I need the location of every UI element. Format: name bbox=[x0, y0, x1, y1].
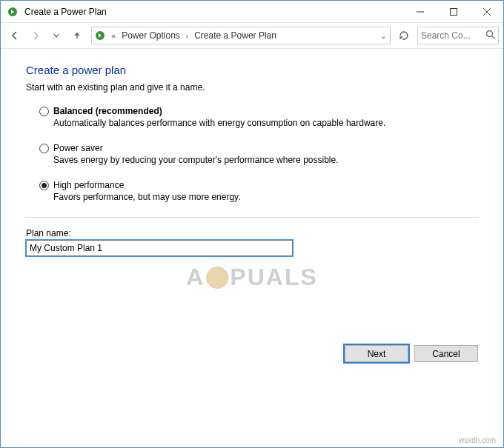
svg-line-7 bbox=[492, 36, 494, 39]
breadcrumb-seg-create-plan[interactable]: Create a Power Plan bbox=[191, 27, 279, 44]
button-row: Next Cancel bbox=[345, 345, 478, 351]
plan-option-balanced: Balanced (recommended) Automatically bal… bbox=[39, 106, 478, 128]
plan-name-label: Plan name: bbox=[26, 228, 478, 238]
site-watermark: wsxdn.com bbox=[459, 436, 496, 444]
radio-power-saver[interactable] bbox=[39, 144, 49, 153]
plan-option-high-performance: High performance Favors performance, but… bbox=[39, 180, 478, 202]
recent-locations-button[interactable] bbox=[47, 26, 66, 45]
plan-name-input[interactable] bbox=[26, 240, 293, 256]
breadcrumb-dropdown[interactable]: ⌄ bbox=[377, 27, 390, 44]
empty-bottom-area: wsxdn.com bbox=[1, 351, 503, 447]
page-subheading: Start with an existing plan and give it … bbox=[26, 82, 478, 93]
search-icon bbox=[485, 29, 495, 42]
plan-desc-balanced: Automatically balances performance with … bbox=[53, 118, 478, 128]
plan-desc-power-saver: Saves energy by reducing your computer's… bbox=[53, 155, 478, 165]
chevron-right-icon[interactable]: › bbox=[183, 32, 191, 40]
breadcrumb-seg-power-options[interactable]: Power Options bbox=[119, 27, 183, 44]
maximize-button[interactable] bbox=[437, 1, 470, 22]
plan-name-balanced[interactable]: Balanced (recommended) bbox=[53, 106, 162, 116]
control-panel-icon bbox=[92, 30, 108, 41]
radio-high-performance[interactable] bbox=[39, 181, 49, 190]
svg-point-6 bbox=[487, 31, 493, 37]
breadcrumb-root-chevron[interactable]: « bbox=[108, 31, 119, 40]
close-button[interactable] bbox=[470, 1, 503, 22]
window-controls bbox=[403, 1, 503, 22]
plan-option-power-saver: Power saver Saves energy by reducing you… bbox=[39, 143, 478, 165]
breadcrumb[interactable]: « Power Options › Create a Power Plan ⌄ bbox=[91, 27, 391, 44]
watermark: A PUALS bbox=[186, 264, 318, 291]
page-heading: Create a power plan bbox=[26, 64, 478, 76]
refresh-button[interactable] bbox=[395, 27, 413, 44]
watermark-face-icon bbox=[206, 267, 228, 289]
plan-name-power-saver[interactable]: Power saver bbox=[53, 143, 103, 153]
window-frame: Create a Power Plan bbox=[0, 0, 504, 448]
svg-rect-2 bbox=[450, 8, 457, 15]
search-box[interactable] bbox=[417, 27, 499, 44]
app-icon bbox=[7, 6, 19, 18]
plan-list: Balanced (recommended) Automatically bal… bbox=[39, 106, 478, 202]
plan-desc-high-performance: Favors performance, but may use more ene… bbox=[53, 192, 478, 202]
up-button[interactable] bbox=[67, 26, 87, 45]
separator bbox=[26, 217, 478, 218]
back-button[interactable] bbox=[5, 26, 24, 45]
search-input[interactable] bbox=[421, 30, 485, 41]
window-title: Create a Power Plan bbox=[24, 7, 403, 17]
minimize-button[interactable] bbox=[403, 1, 437, 22]
forward-button[interactable] bbox=[26, 26, 45, 45]
radio-balanced[interactable] bbox=[39, 107, 49, 116]
content-area: Create a power plan Start with an existi… bbox=[1, 49, 503, 351]
titlebar: Create a Power Plan bbox=[1, 1, 503, 23]
plan-name-high-performance[interactable]: High performance bbox=[53, 180, 124, 190]
navbar: « Power Options › Create a Power Plan ⌄ bbox=[1, 23, 503, 49]
